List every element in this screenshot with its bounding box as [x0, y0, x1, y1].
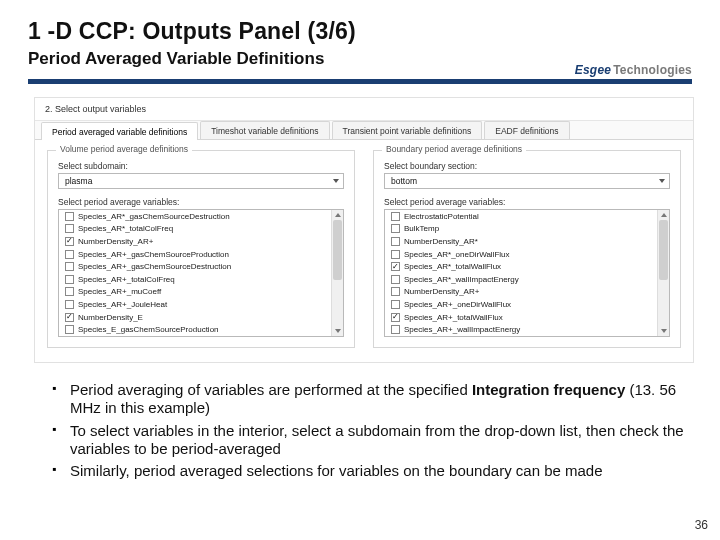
boundary-section-label: Select boundary section:	[384, 161, 670, 171]
subdomain-label: Select subdomain:	[58, 161, 344, 171]
list-item[interactable]: Species_AR*_wallImpactEnergy	[385, 273, 657, 286]
list-item[interactable]: Species_AR+_gasChemSourceDestruction	[59, 260, 331, 273]
checkbox[interactable]	[391, 250, 400, 259]
list-item-label: Species_AR+_JouleHeat	[78, 300, 167, 309]
list-item-label: Species_AR+_gasChemSourceDestruction	[78, 262, 231, 271]
checkbox[interactable]	[65, 313, 74, 322]
boundary-avg-title: Boundary period average definitions	[382, 144, 526, 154]
list-item-label: NumberDensity_E	[78, 313, 143, 322]
scrollbar[interactable]	[657, 210, 669, 336]
list-item[interactable]: Species_AR+_oneDirWallFlux	[385, 298, 657, 311]
svg-marker-1	[335, 329, 341, 333]
tab-0[interactable]: Period averaged variable definitions	[41, 122, 198, 140]
scroll-thumb[interactable]	[659, 220, 668, 280]
list-item-label: Species_AR*_totalWallFlux	[404, 262, 501, 271]
subdomain-value: plasma	[65, 176, 92, 186]
brand-main: Esgee	[575, 63, 611, 77]
list-item-label: Species_AR+_totalWallFlux	[404, 313, 503, 322]
checkbox[interactable]	[391, 313, 400, 322]
scroll-down-icon[interactable]	[334, 327, 341, 335]
tab-1[interactable]: Timeshot variable definitions	[200, 121, 329, 139]
list-item[interactable]: Species_E_gasChemSourceProduction	[59, 323, 331, 336]
list-item-label: BulkTemp	[404, 224, 439, 233]
bullet-item: Similarly, period averaged selections fo…	[52, 462, 684, 480]
list-item[interactable]: Species_AR*_totalColFreq	[59, 223, 331, 236]
list-item[interactable]: NumberDensity_AR+	[385, 286, 657, 299]
chevron-down-icon	[333, 179, 339, 183]
list-item[interactable]: NumberDensity_E	[59, 311, 331, 324]
scrollbar[interactable]	[331, 210, 343, 336]
list-item[interactable]: Species_AR+_gasChemSourceProduction	[59, 248, 331, 261]
tab-2[interactable]: Transient point variable definitions	[332, 121, 483, 139]
checkbox[interactable]	[391, 275, 400, 284]
checkbox[interactable]	[65, 300, 74, 309]
scroll-up-icon[interactable]	[660, 211, 667, 219]
list-item-label: NumberDensity_AR+	[404, 287, 479, 296]
list-item[interactable]: Species_AR*_oneDirWallFlux	[385, 248, 657, 261]
list-item[interactable]: Species_AR+_totalWallFlux	[385, 311, 657, 324]
list-item-label: Species_AR*_wallImpactEnergy	[404, 275, 519, 284]
volume-avg-group: Volume period average definitions Select…	[47, 150, 355, 348]
checkbox[interactable]	[65, 212, 74, 221]
list-item[interactable]: ElectrostaticPotential	[385, 210, 657, 223]
chevron-down-icon	[659, 179, 665, 183]
checkbox[interactable]	[391, 262, 400, 271]
tab-3[interactable]: EADF definitions	[484, 121, 569, 139]
checkbox[interactable]	[391, 287, 400, 296]
list-item-label: NumberDensity_AR+	[78, 237, 153, 246]
slide-title: 1 -D CCP: Outputs Panel (3/6)	[28, 18, 692, 45]
list-item-label: Species_E_gasChemSourceProduction	[78, 325, 219, 334]
title-divider	[28, 79, 692, 84]
checkbox[interactable]	[65, 237, 74, 246]
list-item-label: Species_AR+_wallImpactEnergy	[404, 325, 520, 334]
scroll-up-icon[interactable]	[334, 211, 341, 219]
checkbox[interactable]	[391, 325, 400, 334]
list-item[interactable]: Species_AR*_gasChemSourceDestruction	[59, 210, 331, 223]
tab-bar: Period averaged variable definitionsTime…	[35, 121, 693, 140]
svg-marker-2	[661, 213, 667, 217]
outputs-panel-screenshot: 2. Select output variables Period averag…	[34, 97, 694, 363]
scroll-thumb[interactable]	[333, 220, 342, 280]
checkbox[interactable]	[65, 275, 74, 284]
volume-variable-list[interactable]: Species_AR*_gasChemSourceDestructionSpec…	[58, 209, 344, 337]
checkbox[interactable]	[65, 262, 74, 271]
list-item[interactable]: Species_AR+_totalColFreq	[59, 273, 331, 286]
scroll-down-icon[interactable]	[660, 327, 667, 335]
checkbox[interactable]	[65, 325, 74, 334]
subdomain-combo[interactable]: plasma	[58, 173, 344, 189]
bullet-list: Period averaging of variables are perfor…	[52, 381, 684, 480]
checkbox[interactable]	[391, 224, 400, 233]
checkbox[interactable]	[391, 237, 400, 246]
list-item[interactable]: NumberDensity_AR*	[385, 235, 657, 248]
list-item-label: ElectrostaticPotential	[404, 212, 479, 221]
brand-logo: EsgeeTechnologies	[575, 63, 692, 77]
bullet-item: Period averaging of variables are perfor…	[52, 381, 684, 418]
checkbox[interactable]	[391, 300, 400, 309]
list-item[interactable]: Species_AR*_totalWallFlux	[385, 260, 657, 273]
svg-marker-3	[661, 329, 667, 333]
page-number: 36	[695, 518, 708, 532]
bullet-item: To select variables in the interior, sel…	[52, 422, 684, 459]
list-item-label: Species_AR+_totalColFreq	[78, 275, 175, 284]
list-item[interactable]: NumberDensity_AR+	[59, 235, 331, 248]
checkbox[interactable]	[65, 287, 74, 296]
svg-marker-0	[335, 213, 341, 217]
boundary-section-value: bottom	[391, 176, 417, 186]
boundary-variable-list[interactable]: ElectrostaticPotentialBulkTempNumberDens…	[384, 209, 670, 337]
list-item[interactable]: Species_AR+_muCoeff	[59, 286, 331, 299]
volume-avg-title: Volume period average definitions	[56, 144, 192, 154]
boundary-list-label: Select period average variables:	[384, 197, 670, 207]
list-item-label: Species_AR+_muCoeff	[78, 287, 161, 296]
checkbox[interactable]	[391, 212, 400, 221]
list-item[interactable]: Species_AR+_wallImpactEnergy	[385, 323, 657, 336]
boundary-avg-group: Boundary period average definitions Sele…	[373, 150, 681, 348]
list-item[interactable]: Species_AR+_JouleHeat	[59, 298, 331, 311]
brand-sub: Technologies	[613, 63, 692, 77]
boundary-section-combo[interactable]: bottom	[384, 173, 670, 189]
checkbox[interactable]	[65, 224, 74, 233]
checkbox[interactable]	[65, 250, 74, 259]
list-item[interactable]: BulkTemp	[385, 223, 657, 236]
step-heading: 2. Select output variables	[35, 98, 693, 121]
list-item-label: Species_AR*_gasChemSourceDestruction	[78, 212, 230, 221]
list-item-label: Species_AR+_oneDirWallFlux	[404, 300, 511, 309]
